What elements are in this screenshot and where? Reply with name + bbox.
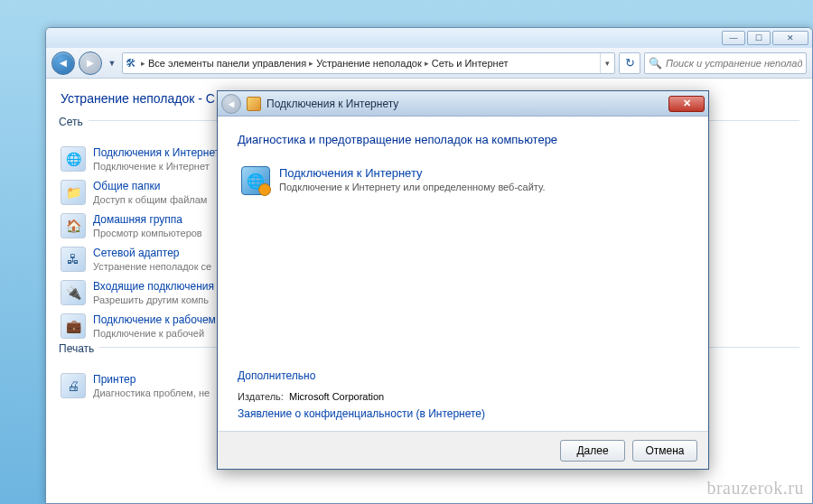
wizard-body: Диагностика и предотвращение неполадок н… bbox=[218, 117, 708, 431]
homegroup-icon: 🏠 bbox=[61, 213, 86, 238]
navbar: ◄ ► ▼ 🛠 ▸ Все элементы панели управления… bbox=[46, 48, 812, 79]
address-icon: 🛠 bbox=[123, 57, 139, 70]
option-subtitle: Подключение к Интернету или определенном… bbox=[279, 181, 545, 193]
back-button[interactable]: ◄ bbox=[51, 51, 75, 75]
breadcrumb-level2[interactable]: Сеть и Интернет bbox=[431, 58, 509, 69]
nav-history-dropdown[interactable]: ▼ bbox=[106, 51, 118, 75]
wizard-close-button[interactable]: ✕ bbox=[668, 96, 705, 112]
watermark: brauzerok.ru bbox=[706, 478, 804, 499]
address-dropdown[interactable]: ▾ bbox=[600, 53, 614, 73]
wizard-title: Подключения к Интернету bbox=[266, 98, 663, 110]
maximize-button[interactable]: ☐ bbox=[747, 31, 771, 45]
breadcrumb-level1[interactable]: Устранение неполадок bbox=[315, 58, 423, 69]
privacy-link[interactable]: Заявление о конфиденциальности (в Интерн… bbox=[238, 407, 688, 420]
explorer-titlebar: — ☐ ✕ bbox=[46, 28, 812, 48]
search-box[interactable]: 🔍 bbox=[644, 52, 807, 74]
minimize-button[interactable]: — bbox=[722, 31, 745, 45]
breadcrumb-root[interactable]: Все элементы панели управления bbox=[147, 58, 307, 69]
publisher-line: Издатель: Microsoft Corporation bbox=[238, 391, 688, 402]
wizard-heading: Диагностика и предотвращение неполадок н… bbox=[238, 133, 688, 146]
wizard-footer: Далее Отмена bbox=[218, 431, 708, 469]
folder-icon: 📁 bbox=[61, 180, 86, 205]
wizard-option-internet[interactable]: 🌐 Подключения к Интернету Подключение к … bbox=[238, 163, 688, 199]
wizard-titlebar: ◄ Подключения к Интернету ✕ bbox=[218, 91, 708, 117]
refresh-button[interactable]: ↻ bbox=[619, 52, 640, 74]
search-icon: 🔍 bbox=[649, 57, 662, 70]
internet-icon: 🌐 bbox=[61, 146, 86, 172]
option-title: Подключения к Интернету bbox=[279, 166, 545, 181]
incoming-icon: 🔌 bbox=[61, 280, 86, 305]
next-button[interactable]: Далее bbox=[560, 440, 625, 462]
globe-icon: 🌐 bbox=[241, 166, 270, 195]
cancel-button[interactable]: Отмена bbox=[632, 440, 697, 462]
workplace-icon: 💼 bbox=[61, 313, 86, 339]
search-input[interactable] bbox=[666, 58, 802, 69]
printer-icon: 🖨 bbox=[61, 373, 86, 398]
forward-button[interactable]: ► bbox=[79, 51, 102, 75]
adapter-icon: 🖧 bbox=[61, 247, 86, 272]
wizard-back-button[interactable]: ◄ bbox=[221, 94, 241, 114]
advanced-link[interactable]: Дополнительно bbox=[238, 369, 688, 382]
wizard-dialog: ◄ Подключения к Интернету ✕ Диагностика … bbox=[217, 90, 709, 470]
address-bar[interactable]: 🛠 ▸ Все элементы панели управления ▸ Уст… bbox=[122, 52, 615, 74]
wizard-icon bbox=[247, 97, 261, 111]
close-button[interactable]: ✕ bbox=[772, 31, 808, 45]
